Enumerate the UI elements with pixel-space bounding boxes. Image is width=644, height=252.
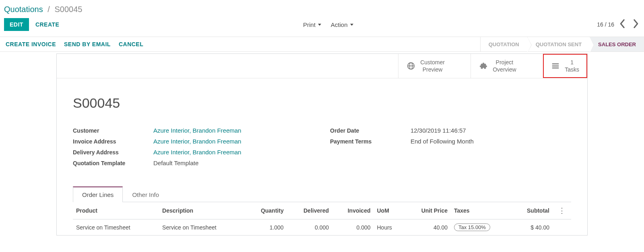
- puzzle-icon: [479, 61, 488, 70]
- tax-badge: Tax 15.00%: [454, 223, 490, 231]
- record-title: S00045: [73, 95, 571, 111]
- cell-taxes: Tax 15.00%: [451, 219, 512, 236]
- project-overview-button[interactable]: Project Overview: [471, 54, 543, 78]
- action-label: Action: [331, 21, 348, 28]
- col-delivered[interactable]: Delivered: [287, 202, 332, 219]
- breadcrumb-root[interactable]: Quotations: [4, 5, 43, 14]
- action-dropdown[interactable]: Action: [331, 21, 353, 28]
- field-payment-terms: Payment Terms End of Following Month: [330, 138, 571, 145]
- tasks-icon: [551, 61, 560, 70]
- field-delivery-address: Delivery Address Azure Interior, Brandon…: [73, 149, 314, 156]
- caret-down-icon: [350, 24, 353, 26]
- cancel-button[interactable]: CANCEL: [119, 41, 143, 47]
- print-label: Print: [303, 21, 316, 28]
- tab-order-lines[interactable]: Order Lines: [73, 186, 123, 202]
- tabs: Order Lines Other Info: [73, 186, 571, 202]
- payment-terms-value: End of Following Month: [411, 138, 474, 145]
- status-sales-order[interactable]: SALES ORDER: [590, 37, 644, 51]
- edit-button[interactable]: EDIT: [4, 18, 29, 31]
- invoice-address-link[interactable]: Azure Interior, Brandon Freeman: [153, 138, 241, 145]
- columns-menu-button[interactable]: ⋮: [556, 206, 568, 215]
- breadcrumb-current: S00045: [54, 5, 82, 14]
- cell-quantity: 1.000: [245, 219, 287, 236]
- customer-link[interactable]: Azure Interior, Brandon Freeman: [153, 127, 241, 134]
- breadcrumb-separator: /: [47, 5, 50, 14]
- field-invoice-address: Invoice Address Azure Interior, Brandon …: [73, 138, 314, 145]
- field-customer: Customer Azure Interior, Brandon Freeman: [73, 127, 314, 134]
- order-lines-table: Product Description Quantity Delivered I…: [73, 202, 571, 235]
- button-box: Customer Preview Project Overview 1 Task…: [57, 54, 587, 78]
- pager-text: 16 / 16: [597, 21, 614, 28]
- chevron-left-icon: [620, 19, 625, 28]
- cell-invoiced: 0.000: [332, 219, 374, 236]
- tab-other-info[interactable]: Other Info: [123, 186, 168, 202]
- customer-preview-button[interactable]: Customer Preview: [398, 54, 471, 78]
- caret-down-icon: [318, 24, 321, 26]
- create-button[interactable]: CREATE: [35, 21, 60, 28]
- statusbar: QUOTATION QUOTATION SENT SALES ORDER: [480, 37, 644, 51]
- control-panel: EDIT CREATE Print Action 16 / 16: [0, 14, 644, 37]
- print-dropdown[interactable]: Print: [303, 21, 321, 28]
- breadcrumb: Quotations / S00045: [0, 0, 644, 14]
- cell-delivered: 0.000: [287, 219, 332, 236]
- delivery-address-link[interactable]: Azure Interior, Brandon Freeman: [153, 149, 241, 156]
- cell-product: Service on Timesheet: [73, 219, 159, 236]
- cell-subtotal: $ 40.00: [512, 219, 553, 236]
- col-description[interactable]: Description: [159, 202, 245, 219]
- table-row[interactable]: Service on Timesheet Service on Timeshee…: [73, 219, 571, 236]
- status-quotation-sent[interactable]: QUOTATION SENT: [528, 37, 590, 51]
- chevron-right-icon: [633, 19, 638, 28]
- globe-icon: [407, 61, 415, 70]
- col-quantity[interactable]: Quantity: [245, 202, 287, 219]
- col-unit-price[interactable]: Unit Price: [404, 202, 451, 219]
- action-bar: CREATE INVOICE SEND BY EMAIL CANCEL QUOT…: [0, 37, 644, 52]
- cell-uom: Hours: [374, 219, 405, 236]
- field-quotation-template: Quotation Template Default Template: [73, 160, 314, 166]
- form-sheet: Customer Preview Project Overview 1 Task…: [56, 53, 588, 236]
- quotation-template-value: Default Template: [153, 160, 198, 166]
- col-subtotal[interactable]: Subtotal: [512, 202, 553, 219]
- create-invoice-button[interactable]: CREATE INVOICE: [6, 41, 56, 47]
- cell-unit-price: 40.00: [404, 219, 451, 236]
- field-order-date: Order Date 12/30/2019 11:46:57: [330, 127, 571, 134]
- col-uom[interactable]: UoM: [374, 202, 405, 219]
- pager-next-button[interactable]: [631, 19, 640, 30]
- send-email-button[interactable]: SEND BY EMAIL: [64, 41, 111, 47]
- cell-description: Service on Timesheet: [159, 219, 245, 236]
- tasks-button[interactable]: 1 Tasks: [543, 54, 587, 78]
- status-quotation[interactable]: QUOTATION: [481, 37, 528, 51]
- order-date-value: 12/30/2019 11:46:57: [411, 127, 466, 134]
- col-invoiced[interactable]: Invoiced: [332, 202, 374, 219]
- pager-prev-button[interactable]: [618, 19, 627, 30]
- col-product[interactable]: Product: [73, 202, 159, 219]
- col-taxes[interactable]: Taxes: [451, 202, 512, 219]
